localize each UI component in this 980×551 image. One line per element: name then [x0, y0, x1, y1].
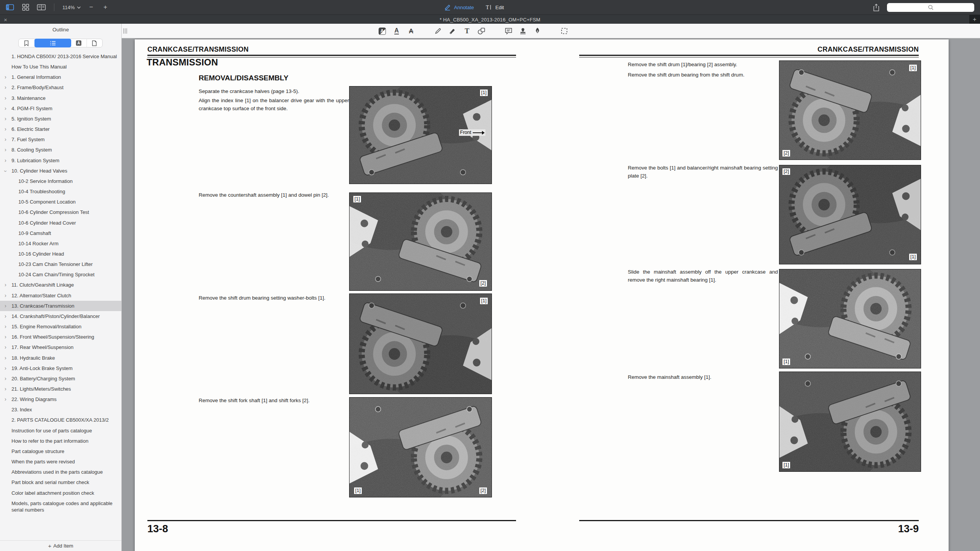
chevron-down-icon[interactable]: ›	[2, 170, 9, 172]
text-box-icon[interactable]: T	[462, 26, 472, 36]
outline-item[interactable]: 23. Index	[0, 404, 121, 415]
outline-item-label: Color label attachment position check	[11, 490, 94, 496]
bookmarks-tab[interactable]	[19, 39, 35, 47]
outline-item[interactable]: 10-23 Cam Chain Tensioner Lifter	[0, 259, 121, 269]
annotate-mode-button[interactable]: Annotate	[444, 4, 474, 11]
annotations-tab[interactable]: A	[71, 39, 87, 47]
tab-title[interactable]: * HA_CB500_XA_2013-2016_OM+PC+FSM	[0, 15, 980, 24]
outline-item[interactable]: ›8. Cooling System	[0, 145, 121, 155]
chevron-right-icon[interactable]: ›	[5, 313, 7, 320]
chevron-right-icon[interactable]: ›	[5, 146, 7, 153]
edit-mode-button[interactable]: T Edit	[485, 4, 504, 10]
outline-item[interactable]: Part catalogue structure	[0, 446, 121, 456]
two-page-view-icon[interactable]	[37, 3, 46, 12]
outline-item[interactable]: ›7. Fuel System	[0, 134, 121, 145]
outline-item[interactable]: Part block and serial number check	[0, 477, 121, 487]
outline-item[interactable]: ›17. Rear Wheel/Suspension	[0, 342, 121, 352]
outline-item[interactable]: ›14. Crankshaft/Piston/Cylinder/Balancer	[0, 311, 121, 321]
underline-text-icon[interactable]: A	[392, 26, 401, 36]
sidebar-toggle-icon[interactable]	[5, 3, 15, 12]
chevron-right-icon[interactable]: ›	[5, 302, 7, 309]
selection-icon[interactable]	[560, 26, 569, 36]
outline-item[interactable]: 10-6 Cylinder Compression Test	[0, 207, 121, 217]
zoom-level-control[interactable]: 114%	[62, 5, 81, 10]
highlight-text-icon[interactable]: A	[377, 26, 387, 36]
chevron-right-icon[interactable]: ›	[5, 126, 7, 132]
shapes-icon[interactable]	[477, 26, 486, 36]
grid-view-icon[interactable]	[21, 3, 30, 12]
thumbnails-tab[interactable]	[87, 39, 103, 47]
chevron-right-icon[interactable]: ›	[5, 323, 7, 330]
outline-item[interactable]: ›9. Lubrication System	[0, 155, 121, 166]
outline-item[interactable]: ›19. Anti-Lock Brake System	[0, 363, 121, 373]
comment-icon[interactable]	[504, 26, 513, 36]
outline-item[interactable]: 10-24 Cam Chain/Timing Sprocket	[0, 269, 121, 280]
chevron-right-icon[interactable]: ›	[5, 136, 7, 143]
strikethrough-text-icon[interactable]: A	[407, 26, 416, 36]
outline-item[interactable]: 10-4 Troubleshooting	[0, 186, 121, 197]
outline-item[interactable]: Models, parts catalogue codes and applic…	[0, 498, 121, 515]
outline-item[interactable]: How to refer to the part information	[0, 436, 121, 446]
outline-item[interactable]: ›12. Alternator/Stater Clutch	[0, 290, 121, 301]
subsection-title: REMOVAL/DISASSEMBLY	[199, 74, 288, 82]
outline-tab[interactable]	[34, 39, 72, 47]
outline-item[interactable]: 10-6 Cylinder Head Cover	[0, 218, 121, 228]
outline-item-label: 10-4 Troubleshooting	[18, 189, 65, 194]
outline-item[interactable]: ›4. PGM-FI System	[0, 103, 121, 114]
chevron-right-icon[interactable]: ›	[5, 281, 7, 288]
chevron-right-icon[interactable]: ›	[5, 292, 7, 299]
outline-item[interactable]: 10-9 Camshaft	[0, 228, 121, 238]
add-item-button[interactable]: + Add Item	[0, 540, 121, 551]
outline-item[interactable]: ›16. Front Wheel/Suspension/Steering	[0, 332, 121, 342]
chevron-right-icon[interactable]: ›	[5, 157, 7, 164]
sidebar-resize-handle[interactable]	[123, 28, 127, 34]
chevron-right-icon[interactable]: ›	[5, 73, 7, 80]
chevron-right-icon[interactable]: ›	[5, 365, 7, 372]
zoom-out-button[interactable]: −	[87, 3, 95, 11]
outline-item[interactable]: ›22. Wiring Diagrams	[0, 394, 121, 404]
outline-item[interactable]: 10-16 Cylinder Head	[0, 249, 121, 259]
outline-item[interactable]: ›21. Lights/Meters/Switches	[0, 384, 121, 394]
outline-item[interactable]: ›3. Maintenance	[0, 93, 121, 103]
chevron-right-icon[interactable]: ›	[5, 375, 7, 382]
outline-item[interactable]: How To Use This Manual	[0, 62, 121, 72]
outline-item[interactable]: ›18. Hydraulic Brake	[0, 353, 121, 363]
outline-item[interactable]: Instruction for use of parts catalogue	[0, 425, 121, 436]
outline-item[interactable]: Abbreviations used in the parts catalogu…	[0, 467, 121, 477]
share-icon[interactable]	[872, 3, 881, 12]
annotate-pen-icon	[444, 4, 451, 11]
chevron-right-icon[interactable]: ›	[5, 354, 7, 361]
outline-item[interactable]: Color label attachment position check	[0, 488, 121, 498]
stamp-icon[interactable]	[518, 26, 528, 36]
chevron-right-icon[interactable]: ›	[5, 333, 7, 340]
chevron-right-icon[interactable]: ›	[5, 385, 7, 392]
outline-item[interactable]: ›2. Frame/Body/Exhaust	[0, 82, 121, 93]
zoom-in-button[interactable]: +	[101, 3, 109, 11]
outline-item[interactable]: 10-2 Service Information	[0, 176, 121, 186]
pencil-icon[interactable]	[433, 26, 443, 36]
outline-item[interactable]: 10-5 Component Location	[0, 197, 121, 207]
chevron-right-icon[interactable]: ›	[5, 105, 7, 112]
new-tab-button[interactable]: +	[969, 15, 980, 24]
outline-item[interactable]: ›6. Electric Starter	[0, 124, 121, 134]
outline-item[interactable]: ›10. Cylinder Head Valves	[0, 166, 121, 176]
search-input[interactable]	[887, 3, 974, 12]
marker-icon[interactable]	[448, 26, 457, 36]
outline-item[interactable]: ›13. Crankcase/Transmission	[0, 301, 121, 311]
outline-item[interactable]: ›15. Engine Removal/Installation	[0, 321, 121, 332]
outline-item[interactable]: ›11. Clutch/Gearshift Linkage	[0, 280, 121, 290]
chevron-right-icon[interactable]: ›	[5, 115, 7, 122]
outline-item[interactable]: When the parts were revised	[0, 456, 121, 467]
document-viewport[interactable]: CRANKCASE/TRANSMISSION TRANSMISSION REMO…	[122, 38, 980, 551]
signature-icon[interactable]	[533, 26, 542, 36]
chevron-right-icon[interactable]: ›	[5, 95, 7, 101]
outline-item[interactable]: 2. PARTS CATALOGUE CB500X/XA 2013/2	[0, 415, 121, 425]
chevron-right-icon[interactable]: ›	[5, 396, 7, 403]
outline-item[interactable]: 10-14 Rocker Arm	[0, 238, 121, 249]
chevron-right-icon[interactable]: ›	[5, 84, 7, 91]
outline-item[interactable]: 1. HONDA CB500X/ 2013-2016 Service Manua…	[0, 51, 121, 62]
outline-item[interactable]: ›5. Ignition System	[0, 114, 121, 124]
outline-item[interactable]: ›1. General Information	[0, 72, 121, 82]
outline-item[interactable]: ›20. Battery/Charging System	[0, 373, 121, 384]
chevron-right-icon[interactable]: ›	[5, 344, 7, 350]
